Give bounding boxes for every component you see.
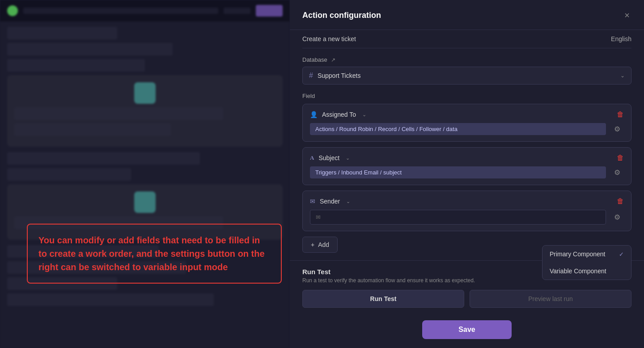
field-card-label-2[interactable]: A Subject ⌄ xyxy=(310,154,350,161)
field-name-1: Assigned To xyxy=(322,111,356,118)
email-input-icon: ✉ xyxy=(316,214,321,221)
tooltip-text: You can modify or add fields that need t… xyxy=(38,233,270,274)
hash-icon: # xyxy=(309,72,313,80)
field-value-tag-2: Triggers / Inbound Email / subject xyxy=(310,166,606,178)
add-field-button[interactable]: + Add xyxy=(302,237,338,253)
field-chevron-2: ⌄ xyxy=(346,155,350,161)
user-icon: 👤 xyxy=(310,111,318,118)
field-section-label: Field xyxy=(302,93,631,99)
field-card-header-3: ✉ Sender ⌄ 🗑 xyxy=(310,197,624,205)
left-panel xyxy=(0,0,290,348)
preview-last-run-button: Preview last run xyxy=(470,290,631,308)
email-icon: ✉ xyxy=(310,198,315,205)
primary-component-label: Primary Component xyxy=(550,250,606,258)
field-value-row-2: Triggers / Inbound Email / subject ⚙ xyxy=(310,166,624,178)
field-value-row-1: Actions / Round Robin / Record / Cells /… xyxy=(310,123,624,135)
database-chevron: ⌄ xyxy=(620,72,625,79)
component-dropdown: Primary Component ✓ Variable Component xyxy=(542,245,631,280)
database-value: Support Tickets xyxy=(318,72,361,79)
panel-content: Create a new ticket English Database ↗ #… xyxy=(290,30,644,260)
field-card-sender: ✉ Sender ⌄ 🗑 ✉ ⚙ xyxy=(302,191,631,231)
field-value-row-3: ✉ ⚙ xyxy=(310,210,624,225)
delete-field-2[interactable]: 🗑 xyxy=(617,154,624,162)
check-icon: ✓ xyxy=(619,251,624,258)
field-card-assigned-to: 👤 Assigned To ⌄ 🗑 Actions / Round Robin … xyxy=(302,104,631,142)
primary-component-option[interactable]: Primary Component ✓ xyxy=(542,246,631,263)
run-test-button[interactable]: Run Test xyxy=(302,290,464,308)
delete-field-3[interactable]: 🗑 xyxy=(617,197,624,205)
database-label: Database xyxy=(302,56,327,63)
language-label: English xyxy=(611,35,631,42)
panel-title: Action configuration xyxy=(302,11,381,20)
field-card-subject: A Subject ⌄ 🗑 Triggers / Inbound Email /… xyxy=(302,147,631,185)
add-label: Add xyxy=(318,241,329,248)
database-section-label: Database ↗ xyxy=(302,56,631,63)
external-link-icon: ↗ xyxy=(331,57,335,63)
save-button[interactable]: Save xyxy=(422,320,512,339)
app-logo xyxy=(7,5,18,16)
plus-icon: + xyxy=(311,241,314,248)
field-card-header-2: A Subject ⌄ 🗑 xyxy=(310,154,624,162)
field-card-header-1: 👤 Assigned To ⌄ 🗑 xyxy=(310,110,624,119)
field-name-2: Subject xyxy=(318,154,339,161)
delete-field-1[interactable]: 🗑 xyxy=(617,110,624,119)
top-selector: Create a new ticket English xyxy=(302,30,631,48)
variable-component-label: Variable Component xyxy=(550,267,606,275)
save-row: Save xyxy=(290,315,644,348)
close-button[interactable]: × xyxy=(623,9,631,21)
field-card-label-3[interactable]: ✉ Sender ⌄ xyxy=(310,198,350,205)
field-value-tag-1: Actions / Round Robin / Record / Cells /… xyxy=(310,123,606,135)
field-name-3: Sender xyxy=(320,198,340,205)
settings-btn-1[interactable]: ⚙ xyxy=(610,123,624,135)
database-select[interactable]: # Support Tickets ⌄ xyxy=(302,67,631,85)
text-icon: A xyxy=(310,154,314,161)
panel-header: Action configuration × xyxy=(290,0,644,30)
field-value-input-3[interactable]: ✉ xyxy=(310,210,606,225)
run-test-buttons: Run Test Preview last run xyxy=(302,290,631,308)
variable-component-option[interactable]: Variable Component xyxy=(542,263,631,280)
tooltip-box: You can modify or add fields that need t… xyxy=(27,224,282,284)
database-select-left: # Support Tickets xyxy=(309,72,360,80)
field-chevron-1: ⌄ xyxy=(362,112,366,118)
settings-btn-2[interactable]: ⚙ xyxy=(610,166,624,178)
field-card-label-1[interactable]: 👤 Assigned To ⌄ xyxy=(310,111,366,118)
action-type-label: Create a new ticket xyxy=(302,35,356,42)
field-chevron-3: ⌄ xyxy=(346,199,350,204)
right-panel: Action configuration × Create a new tick… xyxy=(290,0,644,348)
settings-btn-3[interactable]: ⚙ xyxy=(610,211,624,223)
